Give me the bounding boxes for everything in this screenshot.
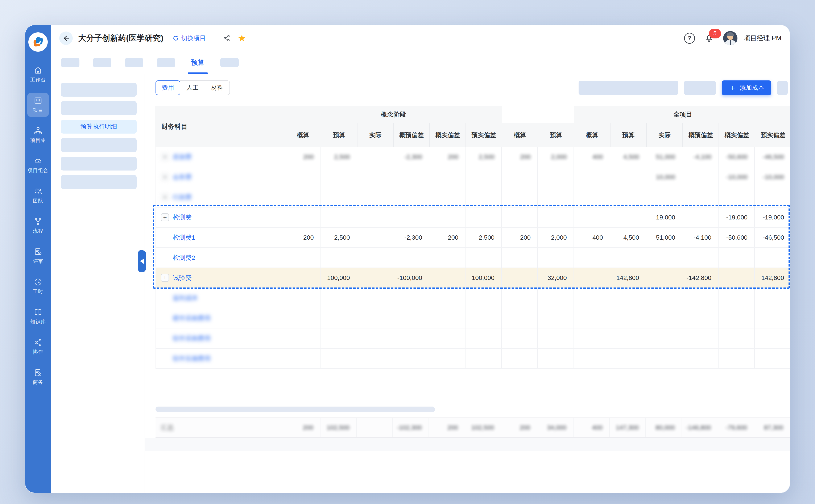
expand-row-button[interactable]: + [161,173,169,181]
sidebar-item-流程[interactable]: 流程 [27,214,49,238]
header-col-概算: 概算 [574,123,610,147]
flow-icon [34,217,42,226]
table-cell [610,248,646,268]
filter-control-placeholder[interactable] [684,81,716,95]
table-cell [574,288,610,308]
sidebar-item-知识库[interactable]: 知识库 [27,305,49,328]
table-cell [755,328,790,348]
finance-subject-link[interactable]: 硬件采购费用 [173,314,211,323]
share-icon[interactable] [222,34,232,43]
finance-subject-link[interactable]: 软件采购费用 [173,334,211,343]
sidebar-item-协作[interactable]: 协作 [27,335,49,359]
sidebar-item-商务[interactable]: 商务 [27,365,49,389]
expand-row-button[interactable]: + [161,193,169,201]
table-cell: 200 [285,228,321,247]
sidebar-item-评审[interactable]: 评审 [27,244,49,268]
table-cell [285,288,321,308]
nav-tab-placeholder-0[interactable] [61,58,79,67]
finance-subject-header: 财务科目 [156,106,285,147]
sidebar-item-项目组合[interactable]: 项目组合 [27,153,49,177]
expand-row-button[interactable]: + [161,274,169,282]
collapse-panel-handle[interactable] [138,250,146,272]
table-cell [357,167,393,187]
more-actions-placeholder[interactable] [777,81,788,95]
table-cell [574,207,610,227]
expand-row-button[interactable]: + [161,213,169,221]
finance-subject-link[interactable]: 检测费 [173,213,192,222]
sidebar-item-工时[interactable]: 工时 [27,274,49,298]
help-icon[interactable]: ? [684,33,695,44]
nav-tab-budget[interactable]: 预算 [189,51,207,74]
table-cell: 10,000 [646,167,682,187]
nav-tab-placeholder-1[interactable] [93,58,111,67]
nav-tab-label: 预算 [191,58,204,67]
app-logo-icon[interactable] [28,32,48,52]
sidebar-item-label: 评审 [33,258,43,265]
search-input-placeholder[interactable] [578,81,678,95]
nav-tab-placeholder-5[interactable] [220,58,239,67]
table-cell [321,288,357,308]
cost-type-segmented-control: 费用人工材料 [155,80,230,95]
header-col-实际: 实际 [647,123,683,147]
table-cell [502,187,538,207]
user-name[interactable]: 项目经理 PM [744,34,781,43]
table-cell: -4,100 [682,147,719,167]
row-label-cell: +检测费 [156,207,285,227]
finance-subject-link[interactable]: 试验费 [173,274,192,282]
nav-tab-placeholder-2[interactable] [125,58,143,67]
footer-strip [145,438,790,451]
finance-subject-link[interactable]: 返利成本 [173,294,198,302]
notifications-bell-icon[interactable]: 5 [704,33,714,43]
cost-tab-材料[interactable]: 材料 [205,80,230,95]
add-cost-button[interactable]: ＋ 添加成本 [722,80,771,95]
table-cell [502,328,538,348]
table-cell [393,328,429,348]
table-cell [646,349,682,368]
panel-item-placeholder-4[interactable] [61,157,136,171]
summary-cell: 102,500 [321,418,357,437]
finance-subject-link[interactable]: 软件实施费用 [173,354,211,363]
finance-subject-link[interactable]: 会务费 [173,173,192,181]
sidebar-item-label: 商务 [33,379,43,386]
finance-subject-link[interactable]: 检测费1 [173,233,195,242]
table-cell [285,328,321,348]
business-icon [34,368,42,377]
panel-item-budget-execution-detail[interactable]: 预算执行明细 [61,120,136,134]
sidebar-item-项目[interactable]: 项目 [27,93,49,117]
finance-subject-link[interactable]: 行政费 [173,193,192,202]
share-nodes-icon [34,338,42,347]
nav-tab-placeholder-3[interactable] [157,58,175,67]
clock-icon [34,278,42,286]
switch-project-button[interactable]: 切换项目 [172,34,206,42]
table-cell [393,167,429,187]
cost-tab-人工[interactable]: 人工 [180,80,205,95]
table-row-硬件采购费用: 硬件采购费用 [156,308,790,328]
table-cell [719,349,755,368]
sidebar-item-label: 知识库 [30,318,46,325]
cost-tab-费用[interactable]: 费用 [155,80,180,95]
chevron-left-icon [140,259,144,264]
sidebar-item-项目集[interactable]: 项目集 [27,123,49,147]
table-cell [429,248,465,268]
sidebar-item-团队[interactable]: 团队 [27,184,49,207]
panel-item-placeholder-1[interactable] [61,101,136,115]
org-icon [34,126,42,135]
panel-item-placeholder-5[interactable] [61,175,136,189]
favorite-star-icon[interactable]: ★ [238,34,246,43]
table-cell: 4,500 [610,228,646,247]
expand-row-button[interactable]: + [161,153,169,161]
sidebar-item-工作台[interactable]: 工作台 [27,63,49,87]
finance-subject-link[interactable]: 差旅费 [173,153,192,161]
summary-cell: 147,300 [610,418,646,437]
table-cell: 400 [574,228,610,247]
finance-subject-link[interactable]: 检测费2 [173,253,195,262]
panel-item-placeholder-3[interactable] [61,138,136,152]
table-cell: -46,500 [755,228,790,247]
sidebar-item-label: 团队 [33,197,43,204]
horizontal-scrollbar[interactable] [155,407,435,412]
notification-badge: 5 [709,29,721,38]
back-button[interactable] [59,31,73,45]
panel-item-placeholder-0[interactable] [61,83,136,97]
user-avatar[interactable] [723,31,738,45]
summary-cell: 200 [429,418,465,437]
